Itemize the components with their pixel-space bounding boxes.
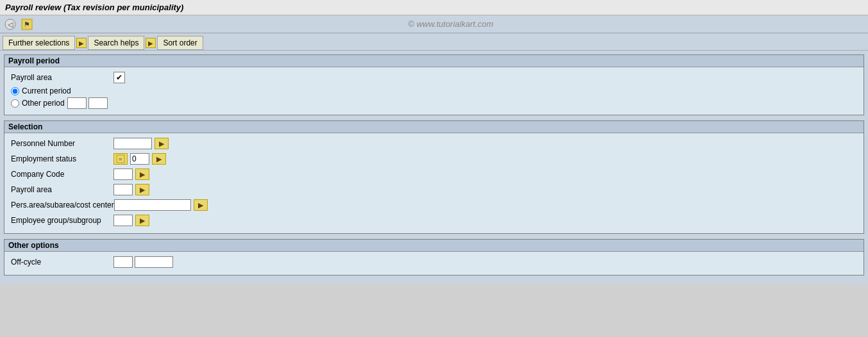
off-cycle-row: Off-cycle [11, 256, 857, 268]
payroll-area-checkbox[interactable]: ✔ [113, 72, 125, 83]
selection-header: Selection [4, 121, 864, 133]
other-period-label: Other period [22, 99, 65, 108]
multi-icon: = [116, 154, 125, 163]
other-options-section: Other options Off-cycle [4, 239, 864, 275]
current-period-label: Current period [22, 86, 71, 95]
tab-further-selections[interactable]: Further selections [3, 36, 75, 50]
flag-button[interactable]: ⚑ [21, 18, 33, 31]
pers-area-label: Pers.area/subarea/cost center [11, 201, 114, 210]
payroll-period-header: Payroll period [4, 55, 864, 67]
other-period-row: Other period [11, 97, 857, 109]
other-period-input2[interactable] [88, 97, 108, 109]
payroll-area-sel-row: Payroll area ▶ [11, 183, 857, 196]
page-title: Payroll review (Tax revision per municip… [5, 3, 183, 12]
selection-body: Personnel Number ▶ Employment status = [4, 133, 864, 233]
back-icon: ◁ [4, 18, 17, 31]
payroll-area-sel-label: Payroll area [11, 185, 113, 194]
employment-status-multi-btn[interactable]: = [113, 153, 128, 165]
pers-area-row: Pers.area/subarea/cost center ▶ [11, 199, 857, 211]
employment-status-controls: = [113, 153, 149, 165]
company-code-label: Company Code [11, 170, 113, 179]
other-options-body: Off-cycle [4, 252, 864, 275]
search-helps-label: Search helps [94, 38, 138, 47]
employment-status-arrow[interactable]: ▶ [152, 153, 166, 165]
employee-group-input[interactable] [113, 215, 133, 226]
other-period-input1[interactable] [67, 97, 87, 109]
company-code-input[interactable] [113, 168, 133, 180]
other-period-inputs [67, 97, 108, 109]
employee-group-arrow[interactable]: ▶ [135, 215, 149, 226]
title-bar: Payroll review (Tax revision per municip… [0, 0, 868, 15]
employment-status-row: Employment status = ▶ [11, 152, 857, 165]
payroll-area-sel-input[interactable] [113, 184, 133, 195]
off-cycle-label: Off-cycle [11, 258, 113, 267]
other-period-radio[interactable] [11, 99, 19, 108]
toolbar: ◁ ⚑ © www.tutorialkart.com [0, 15, 868, 33]
further-selections-arrow[interactable]: ▶ [76, 38, 87, 48]
payroll-period-section: Payroll period Payroll area ✔ Current pe… [4, 54, 864, 115]
payroll-area-sel-arrow[interactable]: ▶ [135, 184, 149, 195]
watermark: © www.tutorialkart.com [37, 19, 864, 29]
current-period-row: Current period [11, 86, 857, 95]
flag-icon: ⚑ [21, 18, 33, 31]
off-cycle-input2[interactable] [135, 256, 173, 268]
payroll-area-label: Payroll area [11, 73, 113, 82]
other-options-header: Other options [4, 240, 864, 252]
payroll-period-body: Payroll area ✔ Current period Other peri… [4, 67, 864, 115]
tab-sort-order[interactable]: Sort order [157, 36, 203, 50]
current-period-radio[interactable] [11, 87, 19, 95]
svg-text:=: = [119, 156, 122, 162]
main-content: Payroll period Payroll area ✔ Current pe… [0, 51, 868, 284]
tabs-bar: Further selections ▶ Search helps ▶ Sort… [0, 33, 868, 51]
selection-section: Selection Personnel Number ▶ Employment … [4, 120, 864, 234]
personnel-number-label: Personnel Number [11, 139, 113, 148]
company-code-row: Company Code ▶ [11, 168, 857, 181]
pers-area-input[interactable] [114, 199, 191, 211]
sort-order-label: Sort order [163, 38, 197, 47]
further-selections-label: Further selections [8, 38, 69, 47]
pers-area-arrow[interactable]: ▶ [194, 199, 208, 211]
employee-group-label: Employee group/subgroup [11, 216, 113, 225]
company-code-arrow[interactable]: ▶ [135, 168, 149, 180]
payroll-area-row: Payroll area ✔ [11, 71, 857, 84]
off-cycle-input1[interactable] [113, 256, 133, 268]
search-helps-arrow[interactable]: ▶ [146, 38, 156, 48]
employee-group-row: Employee group/subgroup ▶ [11, 214, 857, 227]
tab-search-helps[interactable]: Search helps [88, 36, 144, 50]
personnel-number-input[interactable] [113, 138, 152, 149]
personnel-number-arrow[interactable]: ▶ [154, 138, 169, 149]
employment-status-input[interactable] [130, 153, 149, 165]
personnel-number-row: Personnel Number ▶ [11, 137, 857, 150]
svg-text:◁: ◁ [8, 21, 13, 28]
back-button[interactable]: ◁ [4, 18, 17, 31]
employment-status-label: Employment status [11, 154, 113, 163]
svg-text:⚑: ⚑ [24, 21, 30, 28]
